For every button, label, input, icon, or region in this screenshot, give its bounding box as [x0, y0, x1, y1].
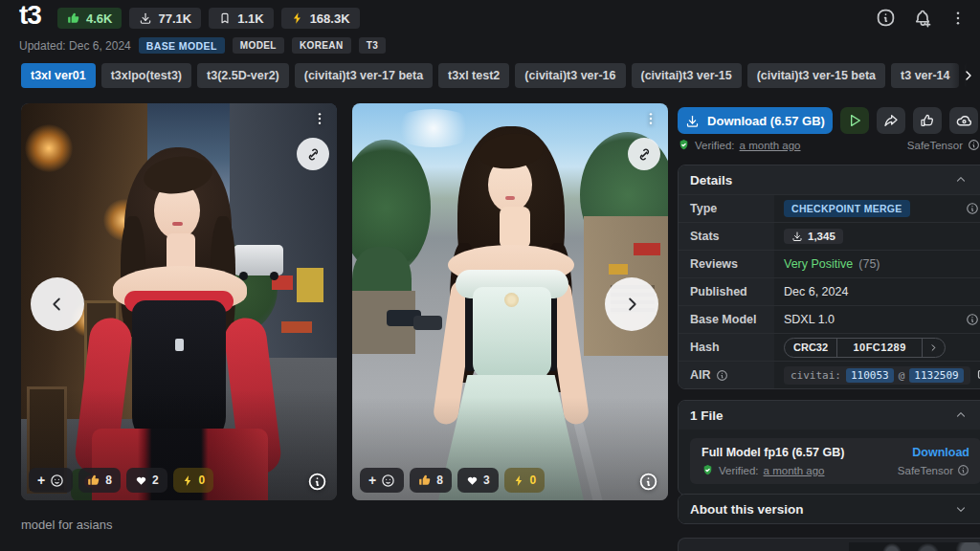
detail-row-reviews: Reviews Very Positive (75)	[679, 250, 980, 277]
thumbs-reaction[interactable]: 8	[410, 468, 452, 493]
generate-button[interactable]	[840, 107, 869, 134]
tag-korean[interactable]: KOREAN	[292, 37, 351, 54]
info-icon[interactable]	[966, 202, 979, 215]
heart-count: 2	[152, 474, 159, 487]
row-label: Type	[679, 195, 774, 222]
info-icon[interactable]	[957, 464, 969, 476]
download-icon	[685, 114, 700, 128]
image-info-icon[interactable]	[638, 472, 658, 492]
cloud-lock-icon	[956, 113, 972, 129]
download-icon	[139, 11, 152, 25]
air-at: @	[899, 369, 905, 382]
model-image-1[interactable]: + 8 2 0	[21, 103, 337, 500]
about-header[interactable]: About this version	[679, 495, 980, 523]
model-image-2[interactable]: + 8 3 0	[352, 103, 668, 500]
bolt-icon	[182, 474, 194, 487]
type-badge[interactable]: CHECKPOINT MERGE	[784, 200, 910, 217]
version-tab[interactable]: (civitai)t3 ver-16	[515, 63, 625, 88]
details-panel: Details Type CHECKPOINT MERGE Stats 1,34…	[678, 165, 980, 389]
file-name: Full Model fp16 (6.57 GB)	[702, 446, 844, 459]
details-title: Details	[690, 173, 732, 187]
chevron-up-icon	[954, 408, 968, 422]
files-header[interactable]: 1 File	[679, 401, 980, 430]
image-menu-icon[interactable]	[643, 111, 658, 126]
detail-row-air: AIR civitai: 110053 @ 1132509	[679, 361, 980, 388]
air-model-id: 110053	[846, 368, 894, 383]
copy-icon[interactable]	[976, 368, 980, 383]
hash-pill[interactable]: CRC32 10FC1289	[784, 338, 946, 358]
info-icon[interactable]	[968, 139, 980, 151]
details-header[interactable]: Details	[679, 165, 980, 194]
download-count-chip: 1,345	[784, 229, 843, 244]
chevron-right-icon[interactable]	[922, 339, 945, 357]
chevron-up-icon	[954, 173, 968, 187]
bolt-icon	[513, 474, 525, 487]
air-version-id: 1132509	[909, 368, 963, 383]
version-tab[interactable]: t3(2.5D-ver2)	[197, 63, 289, 88]
bolt-reaction[interactable]: 0	[173, 468, 214, 493]
carousel-prev-button[interactable]	[31, 277, 84, 331]
copy-link-icon[interactable]	[297, 138, 329, 170]
version-sidebar: Download (6.57 GB) Verified: a month ago…	[678, 0, 980, 551]
reaction-bar: + 8 3 0	[360, 468, 545, 493]
info-icon[interactable]	[966, 313, 979, 326]
tag-base-model[interactable]: BASE MODEL	[139, 37, 225, 54]
energy-stat[interactable]: 168.3K	[281, 8, 360, 29]
thumb-up-icon	[67, 11, 80, 25]
version-tab[interactable]: t3xl ver01	[21, 63, 96, 88]
next-section-preview	[678, 538, 980, 551]
air-prefix: civitai:	[791, 369, 841, 382]
model-page: t3 4.6K 77.1K 1.1K 168.3K	[0, 0, 980, 551]
play-icon	[847, 113, 862, 128]
model-description: model for asians	[21, 518, 112, 532]
shield-check-icon	[678, 139, 690, 151]
bookmarks-count: 1.1K	[237, 11, 263, 26]
cloud-lock-button[interactable]	[949, 107, 978, 134]
download-button[interactable]: Download (6.57 GB)	[678, 107, 833, 134]
download-count: 1,345	[808, 231, 835, 242]
heart-reaction[interactable]: 3	[457, 468, 499, 493]
add-reaction-button[interactable]: +	[29, 468, 73, 493]
detail-row-published: Published Dec 6, 2024	[679, 277, 980, 305]
row-label: Base Model	[679, 306, 774, 333]
detail-row-hash: Hash CRC32 10FC1289	[679, 333, 980, 361]
share-icon	[883, 113, 899, 128]
air-code[interactable]: civitai: 110053 @ 1132509	[784, 366, 970, 385]
likes-stat[interactable]: 4.6K	[57, 8, 122, 29]
carousel-next-button[interactable]	[605, 277, 658, 331]
file-download-link[interactable]: Download	[912, 446, 969, 459]
thumbs-reaction[interactable]: 8	[78, 468, 121, 493]
bolt-reaction[interactable]: 0	[504, 468, 546, 493]
verified-ago-link[interactable]: a month ago	[740, 140, 801, 151]
smiley-icon	[50, 474, 64, 488]
heart-reaction[interactable]: 2	[126, 468, 167, 493]
thumbs-up-button[interactable]	[913, 107, 942, 134]
row-label: Stats	[679, 223, 774, 250]
copy-link-icon[interactable]	[628, 138, 660, 170]
add-reaction-button[interactable]: +	[360, 468, 404, 493]
bookmarks-stat[interactable]: 1.1K	[209, 8, 273, 29]
tag-t3[interactable]: T3	[359, 37, 386, 54]
heart-icon	[135, 474, 147, 487]
bolt-icon	[291, 11, 304, 25]
tag-model[interactable]: MODEL	[233, 37, 284, 54]
row-label: AIR	[690, 368, 711, 382]
plus-sign: +	[37, 473, 45, 488]
info-icon[interactable]	[716, 369, 728, 382]
row-label: Reviews	[679, 251, 774, 277]
share-button[interactable]	[877, 107, 905, 134]
version-tab[interactable]: (civitai)t3 ver-17 beta	[295, 63, 433, 88]
image-menu-icon[interactable]	[312, 111, 327, 126]
reviews-count: (75)	[858, 257, 880, 271]
image-info-icon[interactable]	[307, 472, 327, 492]
reviews-rating-link[interactable]: Very Positive	[784, 257, 853, 271]
thumbs-count: 8	[436, 474, 443, 487]
downloads-stat[interactable]: 77.1K	[129, 8, 201, 29]
chevron-down-icon	[954, 502, 968, 516]
bookmark-icon	[218, 11, 232, 25]
file-format-label: SafeTensor	[907, 140, 963, 151]
version-tab[interactable]: t3xl test2	[438, 63, 509, 88]
verified-ago-link[interactable]: a month ago	[764, 465, 825, 476]
thumb-up-icon	[87, 474, 100, 487]
version-tab[interactable]: t3xlpo(test3)	[101, 63, 191, 88]
